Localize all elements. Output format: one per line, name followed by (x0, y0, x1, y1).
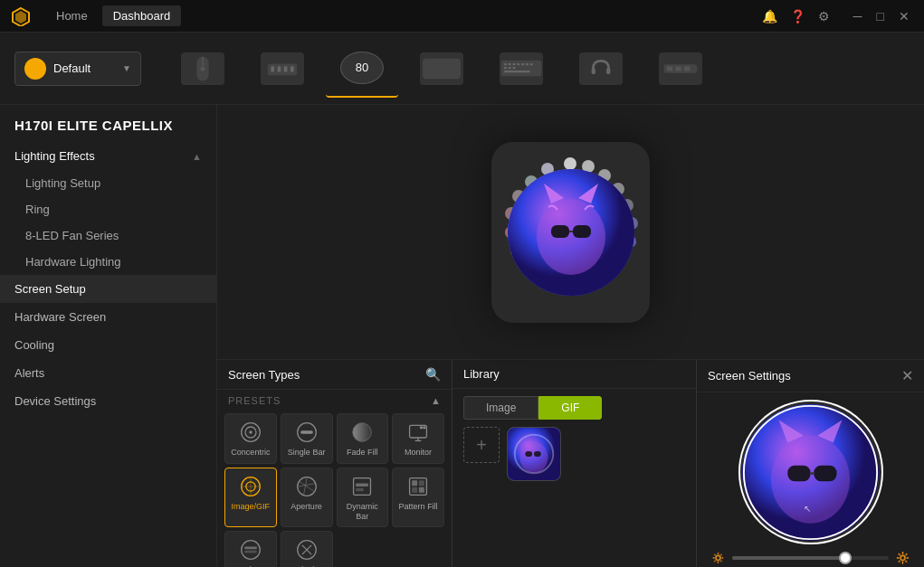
svg-rect-12 (501, 61, 542, 77)
cat-image (508, 169, 634, 296)
preset-dual-bar[interactable]: Dual Bar (224, 531, 277, 567)
sidebar-item-alerts[interactable]: Alerts (0, 359, 216, 387)
screen-settings-close-icon[interactable]: ✕ (901, 367, 913, 384)
headset-stand-icon: 80 (340, 52, 384, 84)
mouse-icon (181, 52, 224, 85)
svg-rect-17 (521, 63, 524, 65)
sidebar-item-8led-fan[interactable]: 8-LED Fan Series (0, 222, 216, 249)
svg-rect-105 (814, 465, 836, 480)
screen-types-title: Screen Types (228, 368, 300, 382)
svg-rect-21 (509, 67, 511, 69)
screen-settings-title: Screen Settings (708, 369, 791, 383)
svg-point-52 (537, 199, 605, 275)
sidebar-item-hardware-screen[interactable]: Hardware Screen (0, 303, 216, 331)
nav-dashboard[interactable]: Dashboard (102, 5, 182, 26)
device-keyboard[interactable] (485, 40, 557, 98)
nav-home[interactable]: Home (45, 5, 99, 26)
library-item-thumbnail (508, 427, 560, 481)
screen-types-panel: Screen Types 🔍 PRESETS ▲ (217, 360, 452, 567)
tab-gif[interactable]: GIF (538, 396, 602, 420)
preset-dynamic-bar[interactable]: Dynamic Bar (337, 468, 389, 528)
device-preview (491, 142, 650, 323)
mousepad-icon (420, 52, 463, 85)
screen-settings-panel: Screen Settings ✕ (697, 360, 924, 567)
svg-rect-79 (357, 483, 369, 486)
svg-rect-88 (244, 551, 257, 553)
bottom-panels: Screen Types 🔍 PRESETS ▲ (217, 359, 924, 567)
tab-image[interactable]: Image (463, 396, 538, 420)
svg-rect-84 (412, 487, 417, 493)
presets-header: PRESETS ▲ (217, 390, 452, 410)
sidebar-item-lighting-setup[interactable]: Lighting Setup (0, 170, 216, 196)
keyboard-icon (500, 52, 543, 85)
pattern-fill-icon (405, 474, 431, 499)
device-headset-stand[interactable]: 80 (326, 40, 398, 98)
preset-pattern-fill[interactable]: Pattern Fill (392, 468, 444, 528)
device-headset[interactable] (565, 40, 637, 98)
preset-blank[interactable]: Blank (281, 531, 333, 567)
blank-icon (294, 537, 319, 562)
svg-rect-29 (684, 66, 690, 71)
notification-icon[interactable]: 🔔 (762, 9, 777, 24)
brightness-slider[interactable] (732, 556, 889, 560)
device-bar: Default ▼ (0, 33, 924, 105)
minimize-button[interactable]: ─ (850, 9, 866, 24)
library-tabs: Image GIF (452, 389, 696, 420)
close-button[interactable]: ✕ (895, 9, 913, 24)
sidebar-item-cooling[interactable]: Cooling (0, 331, 216, 359)
help-icon[interactable]: ❓ (790, 9, 805, 24)
preset-aperture[interactable]: Aperture (281, 468, 333, 528)
image-gif-icon (238, 474, 263, 499)
sidebar: H170I ELITE CAPELLIX Lighting Effects ▲ … (0, 105, 217, 567)
preview-area (217, 105, 924, 359)
svg-rect-28 (675, 66, 681, 71)
presets-label: PRESETS (228, 395, 281, 406)
device-mouse[interactable] (167, 40, 239, 98)
preset-fade-fill[interactable]: Fade Fill (337, 413, 389, 464)
svg-text:↖: ↖ (804, 504, 811, 514)
preset-single-bar[interactable]: Single Bar (281, 413, 333, 464)
sidebar-label-device-settings: Device Settings (14, 394, 96, 408)
window-controls: ─ □ ✕ (850, 9, 913, 24)
brightness-slider-thumb[interactable] (839, 552, 852, 564)
preset-monitor[interactable]: Monitor (392, 413, 444, 464)
svg-rect-87 (244, 547, 257, 550)
sidebar-item-ring[interactable]: Ring (0, 196, 216, 222)
preset-image-gif[interactable]: Image/GIF (224, 468, 277, 528)
sidebar-item-screen-setup[interactable]: Screen Setup (0, 275, 216, 303)
svg-rect-18 (526, 63, 529, 65)
svg-rect-13 (504, 63, 507, 65)
sidebar-item-hardware-lighting[interactable]: Hardware Lighting (0, 249, 216, 275)
device-mousepad[interactable] (405, 40, 478, 98)
svg-rect-11 (423, 58, 461, 79)
profile-dropdown-icon: ▼ (122, 63, 131, 73)
device-usb-hub[interactable] (246, 40, 319, 98)
device-screen-preview (508, 169, 634, 296)
concentric-label: Concentric (231, 448, 270, 458)
sidebar-item-lighting-effects[interactable]: Lighting Effects ▲ (0, 142, 216, 170)
other-device-icon (659, 52, 702, 85)
add-library-item-button[interactable]: + (463, 427, 500, 463)
svg-point-60 (249, 430, 252, 433)
profile-icon (24, 58, 46, 80)
sidebar-item-device-settings[interactable]: Device Settings (0, 387, 216, 415)
maximize-button[interactable]: □ (873, 9, 888, 24)
svg-point-86 (242, 541, 261, 560)
library-item-0[interactable] (507, 427, 561, 481)
titlebar-actions: 🔔 ❓ ⚙ ─ □ ✕ (762, 9, 913, 24)
pattern-fill-label: Pattern Fill (399, 502, 438, 512)
svg-rect-55 (551, 225, 569, 238)
svg-rect-83 (419, 480, 424, 486)
brightness-slider-track (732, 556, 842, 560)
content-area: Screen Types 🔍 PRESETS ▲ (217, 105, 924, 567)
profile-select[interactable]: Default ▼ (14, 52, 141, 86)
brightness-low-icon: 🔅 (711, 552, 725, 564)
search-icon[interactable]: 🔍 (425, 367, 441, 382)
device-other[interactable] (644, 40, 717, 98)
svg-rect-24 (592, 68, 595, 74)
monitor-icon (405, 420, 431, 445)
preset-concentric[interactable]: Concentric (224, 413, 277, 464)
settings-icon[interactable]: ⚙ (818, 9, 830, 24)
presets-collapse-icon[interactable]: ▲ (431, 395, 441, 406)
device-icons: 80 (167, 40, 717, 98)
